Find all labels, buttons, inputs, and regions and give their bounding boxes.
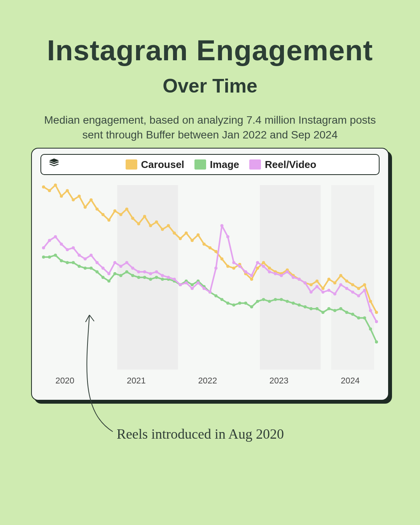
chart-card: Carousel Image Reel/Video 20202021202220… [31,148,389,401]
svg-point-75 [96,270,99,273]
svg-point-10 [48,189,51,192]
svg-point-155 [232,261,235,264]
svg-point-175 [351,290,354,294]
svg-point-142 [155,270,158,273]
svg-point-73 [84,266,87,270]
svg-point-78 [113,272,116,275]
svg-point-102 [256,300,259,303]
svg-point-149 [196,281,200,284]
svg-point-22 [119,213,122,216]
svg-point-112 [315,307,318,310]
svg-point-83 [143,276,146,279]
svg-point-144 [167,276,170,279]
svg-point-12 [60,194,63,198]
svg-point-153 [220,224,224,227]
svg-text:2020: 2020 [56,376,75,385]
svg-point-170 [321,290,324,294]
svg-point-28 [155,220,158,224]
svg-point-156 [238,265,241,268]
svg-point-97 [226,302,229,305]
svg-point-174 [345,287,348,290]
svg-point-166 [298,278,301,281]
legend-swatch-carousel [126,159,137,170]
svg-point-55 [315,280,318,283]
legend-label-carousel: Carousel [141,159,184,171]
svg-point-128 [72,246,75,249]
svg-point-177 [363,289,366,292]
svg-point-9 [42,186,45,189]
svg-point-67 [48,256,51,259]
svg-point-136 [119,265,122,268]
svg-point-29 [161,228,164,231]
svg-point-110 [304,305,307,308]
svg-point-147 [185,281,188,284]
svg-point-82 [137,276,140,279]
svg-point-151 [208,290,212,294]
svg-point-13 [66,189,69,192]
svg-point-44 [250,278,253,281]
svg-marker-3 [49,164,59,166]
svg-point-81 [131,274,134,277]
svg-point-41 [232,266,235,270]
svg-point-98 [232,303,235,306]
svg-point-159 [256,261,259,264]
svg-point-14 [72,198,75,201]
svg-point-34 [191,239,194,242]
svg-point-56 [321,287,324,290]
svg-point-121 [369,327,372,331]
svg-point-15 [78,194,81,198]
svg-point-36 [203,243,206,246]
svg-point-46 [262,261,265,264]
svg-point-116 [339,307,342,310]
svg-point-179 [375,320,378,323]
svg-point-115 [333,309,336,312]
svg-point-45 [256,266,259,270]
svg-point-148 [191,287,194,290]
svg-point-20 [107,219,110,222]
svg-point-132 [96,261,99,264]
svg-point-101 [250,305,253,308]
svg-point-62 [357,287,360,290]
svg-point-39 [220,257,224,261]
svg-point-135 [113,261,116,264]
svg-point-107 [286,300,289,303]
svg-point-18 [96,208,99,211]
svg-point-161 [268,270,271,273]
svg-point-162 [274,272,277,275]
svg-point-125 [54,235,57,238]
svg-point-143 [161,274,164,277]
legend-item-image: Image [194,159,239,171]
svg-point-168 [310,290,313,294]
svg-rect-4 [44,185,107,369]
svg-point-31 [173,231,176,234]
svg-text:2023: 2023 [270,376,289,385]
svg-point-57 [327,278,331,281]
svg-point-68 [54,254,57,257]
svg-point-133 [102,266,105,270]
svg-point-70 [66,261,69,264]
svg-point-178 [369,309,372,312]
svg-point-76 [102,276,105,279]
svg-point-113 [321,311,324,314]
svg-point-74 [89,266,93,270]
svg-rect-6 [189,185,249,369]
svg-point-95 [214,294,217,298]
legend-swatch-image [194,159,206,170]
svg-point-59 [339,274,342,277]
svg-point-30 [167,224,170,227]
svg-point-165 [292,276,295,279]
svg-point-108 [292,302,295,305]
svg-point-163 [280,274,283,277]
svg-point-84 [149,278,152,281]
svg-point-152 [214,266,217,270]
svg-point-37 [208,246,212,249]
svg-point-47 [268,266,271,270]
svg-point-32 [179,237,182,240]
svg-text:2021: 2021 [127,376,146,385]
svg-rect-7 [260,185,320,369]
svg-point-11 [54,184,57,187]
svg-point-25 [137,222,140,226]
svg-point-164 [286,270,289,273]
svg-point-160 [262,265,265,268]
svg-point-77 [107,280,110,283]
